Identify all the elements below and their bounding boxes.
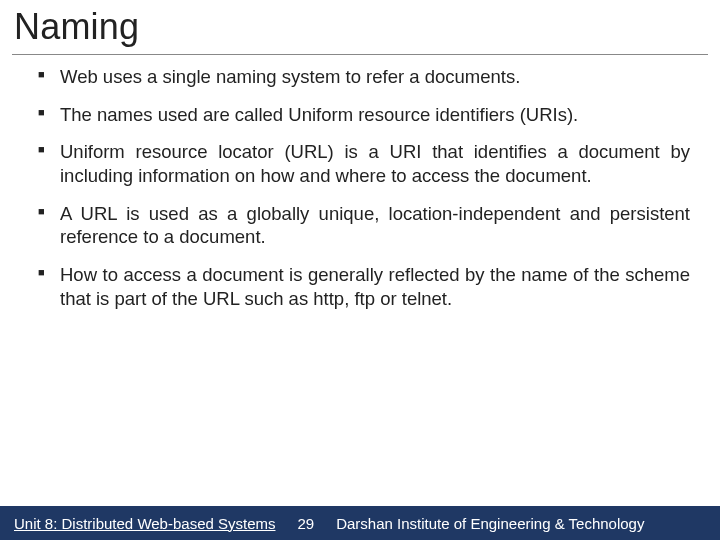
- slide: Naming Web uses a single naming system t…: [0, 0, 720, 540]
- slide-title: Naming: [12, 6, 708, 54]
- footer-page-number: 29: [298, 515, 315, 532]
- list-item: How to access a document is generally re…: [38, 263, 690, 310]
- footer-institution: Darshan Institute of Engineering & Techn…: [336, 515, 644, 532]
- footer-unit: Unit 8: Distributed Web-based Systems: [14, 515, 276, 532]
- list-item: Uniform resource locator (URL) is a URI …: [38, 140, 690, 187]
- bullet-list: Web uses a single naming system to refer…: [12, 65, 708, 310]
- list-item: A URL is used as a globally unique, loca…: [38, 202, 690, 249]
- footer-bar: Unit 8: Distributed Web-based Systems 29…: [0, 506, 720, 540]
- list-item: Web uses a single naming system to refer…: [38, 65, 690, 89]
- list-item: The names used are called Uniform resour…: [38, 103, 690, 127]
- title-rule: [12, 54, 708, 55]
